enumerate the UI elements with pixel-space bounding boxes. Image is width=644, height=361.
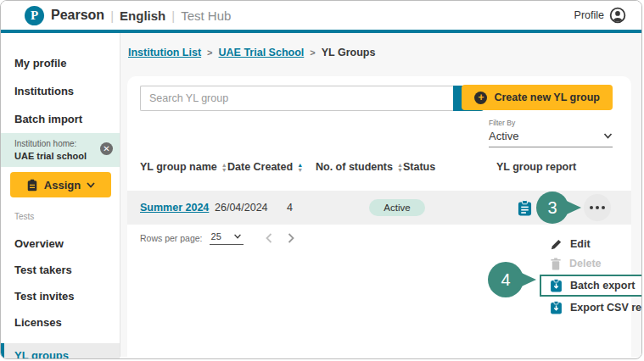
brand: P Pearson | English | Test Hub bbox=[25, 6, 231, 25]
content-card: + Create new YL group Filter By Active Y… bbox=[127, 76, 631, 357]
column-header-yl-group-report: YL group report bbox=[496, 161, 576, 173]
brand-separator: | bbox=[104, 8, 120, 23]
rows-per-page-label: Rows per page: bbox=[140, 233, 203, 243]
app-window: P Pearson | English | Test Hub Profile M… bbox=[0, 0, 642, 359]
assign-label: Assign bbox=[44, 179, 81, 192]
menu-item-export-csv-report[interactable]: Export CSV report bbox=[550, 299, 641, 316]
pagination: Rows per page: 25 bbox=[140, 231, 294, 245]
pearson-logo-icon: P bbox=[25, 6, 44, 25]
app-header: P Pearson | English | Test Hub Profile bbox=[1, 1, 641, 33]
column-header-no-of-students[interactable]: No. of students ▲▼ bbox=[316, 161, 403, 173]
sidebar-section-tests: Tests bbox=[14, 212, 120, 222]
brand-english: English bbox=[120, 8, 165, 23]
sidebar-item-overview[interactable]: Overview bbox=[14, 238, 120, 250]
report-clipboard-icon bbox=[518, 200, 532, 216]
annotation-step-4: 4 bbox=[488, 262, 524, 297]
breadcrumb-separator: > bbox=[207, 47, 212, 58]
filter-by: Filter By Active bbox=[489, 119, 613, 147]
rows-per-page-value: 25 bbox=[211, 231, 221, 242]
row-context-menu: Edit Delete Batch export bbox=[550, 236, 641, 319]
main-content: Institution List > UAE Trial School > YL… bbox=[120, 33, 641, 357]
search-bar bbox=[140, 86, 484, 111]
breadcrumb-institution-list[interactable]: Institution List bbox=[128, 47, 201, 58]
sidebar-item-institutions[interactable]: Institutions bbox=[14, 86, 120, 97]
yl-group-report-button[interactable] bbox=[518, 191, 532, 225]
status-badge: Active bbox=[369, 191, 425, 225]
students-count-value: 4 bbox=[287, 191, 293, 225]
sidebar-item-test-takers[interactable]: Test takers bbox=[14, 264, 120, 276]
chevron-left-icon[interactable] bbox=[266, 233, 272, 243]
date-created-value: 26/04/2024 bbox=[215, 191, 268, 225]
brand-separator: | bbox=[165, 8, 181, 23]
clipboard-icon bbox=[26, 179, 38, 192]
institution-home-card: Institution home: UAE trial school ✕ bbox=[1, 133, 120, 167]
filter-by-label: Filter By bbox=[489, 119, 613, 127]
institution-home-label: Institution home: bbox=[14, 139, 87, 148]
plus-circle-icon: + bbox=[474, 92, 487, 104]
chevron-down-icon bbox=[603, 133, 613, 139]
annotation-step-3: 3 bbox=[536, 192, 568, 224]
breadcrumb: Institution List > UAE Trial School > YL… bbox=[128, 47, 375, 58]
profile-icon bbox=[609, 7, 626, 24]
yl-group-name-link[interactable]: Summer 2024 bbox=[140, 191, 209, 225]
create-new-yl-group-label: Create new YL group bbox=[494, 92, 600, 103]
close-circle-icon[interactable]: ✕ bbox=[100, 142, 113, 155]
sidebar-item-batch-import[interactable]: Batch import bbox=[14, 114, 120, 125]
row-actions-menu-button[interactable] bbox=[584, 194, 611, 221]
sort-icon[interactable]: ▲▼ bbox=[221, 163, 227, 172]
sidebar-item-licenses[interactable]: Licenses bbox=[14, 317, 120, 329]
chevron-down-icon bbox=[233, 234, 242, 239]
brand-product: Test Hub bbox=[181, 8, 231, 23]
sidebar: My profile Institutions Batch import Ins… bbox=[1, 33, 120, 357]
export-clipboard-icon bbox=[550, 279, 563, 292]
brand-pearson: Pearson bbox=[51, 8, 104, 23]
assign-button[interactable]: Assign bbox=[10, 172, 111, 197]
profile-label: Profile bbox=[574, 9, 604, 21]
column-header-date-created[interactable]: Date Created ▲▼ bbox=[227, 161, 303, 173]
rows-per-page-select[interactable]: 25 bbox=[210, 231, 244, 245]
status-filter-select[interactable]: Active bbox=[489, 130, 613, 147]
trash-icon bbox=[550, 258, 562, 270]
create-new-yl-group-button[interactable]: + Create new YL group bbox=[462, 85, 613, 110]
pencil-icon bbox=[550, 238, 563, 251]
menu-item-edit[interactable]: Edit bbox=[550, 236, 641, 253]
search-input[interactable] bbox=[140, 86, 453, 111]
sidebar-item-yl-groups[interactable]: YL groups bbox=[1, 343, 120, 359]
profile-button[interactable]: Profile bbox=[574, 7, 626, 24]
chevron-right-icon[interactable] bbox=[288, 233, 294, 243]
sort-icon[interactable]: ▲▼ bbox=[397, 163, 403, 172]
breadcrumb-uae-trial-school[interactable]: UAE Trial School bbox=[219, 47, 305, 58]
breadcrumb-separator: > bbox=[310, 47, 315, 58]
sort-icon[interactable]: ▲▼ bbox=[297, 163, 303, 172]
menu-item-delete[interactable]: Delete bbox=[550, 255, 641, 272]
breadcrumb-current: YL Groups bbox=[322, 47, 376, 58]
column-header-status: Status bbox=[403, 161, 435, 173]
export-clipboard-icon bbox=[550, 301, 563, 314]
sidebar-item-my-profile[interactable]: My profile bbox=[14, 58, 120, 69]
column-header-yl-group-name[interactable]: YL group name ▲▼ bbox=[140, 161, 227, 173]
filter-value: Active bbox=[489, 130, 518, 142]
institution-home-value: UAE trial school bbox=[14, 151, 87, 161]
chevron-down-icon bbox=[87, 182, 95, 188]
table-header: YL group name ▲▼ Date Created ▲▼ No. of … bbox=[127, 161, 631, 175]
sidebar-item-test-invites[interactable]: Test invites bbox=[14, 291, 120, 303]
menu-item-batch-export[interactable]: Batch export bbox=[540, 275, 642, 297]
